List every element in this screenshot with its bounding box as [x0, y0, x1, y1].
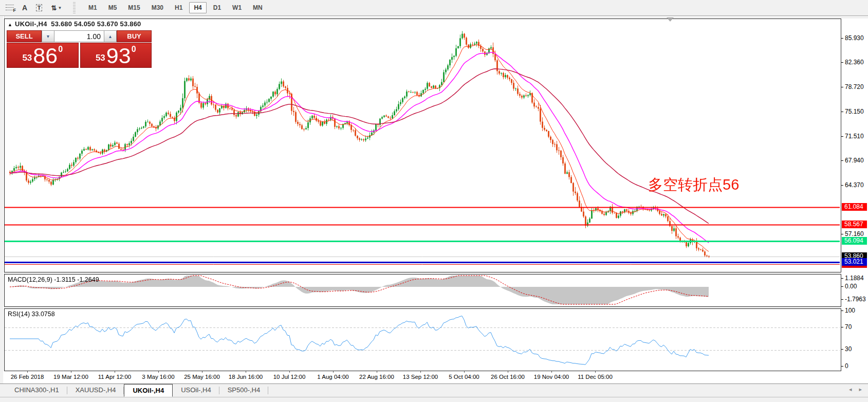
chart-symbol-period: UKOil-,H4 [15, 20, 47, 28]
sell-price-prefix: 53 [22, 53, 32, 63]
date-tick-label: 10 Jul 12:00 [273, 374, 306, 380]
buy-price-sup: 0 [132, 45, 136, 54]
macd-canvas[interactable] [5, 275, 840, 305]
price-tick-label: 67.940 [841, 157, 864, 164]
buy-price-prefix: 53 [96, 53, 105, 63]
sell-button[interactable]: SELL [7, 30, 42, 42]
tab-scroll-left-icon[interactable]: ◂ [849, 386, 852, 393]
timeframe-button-m15[interactable]: M15 [123, 2, 144, 13]
price-tick-label: 82.360 [841, 59, 864, 66]
price-chart-panel: ▲UKOil-,H4 53.680 54.050 53.670 53.860 S… [4, 19, 841, 272]
date-tick-mark [464, 371, 465, 373]
sell-price-tile[interactable]: 53860 [7, 43, 79, 68]
timeframe-button-m1[interactable]: M1 [84, 2, 102, 13]
price-badge-56.094: 56.094 [842, 237, 867, 245]
date-tick-label: 19 Nov 04:00 [534, 374, 569, 380]
timeframe-button-d1[interactable]: D1 [209, 2, 226, 13]
date-tick-mark [71, 371, 71, 373]
macd-tick-label: -1.7963 [841, 296, 866, 303]
line-studies-toolgroup: F A T ⇅ ▼ [0, 2, 67, 14]
macd-label: MACD(12,26,9) -1.3115 -1.2649 [8, 276, 99, 283]
date-tick-label: 25 May 16:00 [184, 374, 220, 380]
date-tick-mark [508, 371, 508, 373]
tab-scroll-arrows: ◂ ▸ [849, 386, 862, 393]
timeframe-button-mn[interactable]: MN [248, 2, 267, 13]
rsi-tick-label: 70 [841, 323, 852, 331]
date-tick-label: 1 Aug 04:00 [317, 374, 348, 380]
price-tick-label: 75.150 [841, 108, 864, 115]
macd-tick-label: 1.1884 [841, 275, 864, 282]
buy-price-big: 93 [106, 45, 131, 66]
one-click-collapse-arrow[interactable]: ▲ [8, 22, 12, 27]
status-bar [0, 397, 868, 402]
mt4-terminal-window: F A T ⇅ ▼ M1M5M15M30H1H4D1W1MN ▲UKOil-,H… [0, 0, 868, 402]
rsi-tick-label: 30 [841, 345, 852, 353]
chart-header: ▲UKOil-,H4 53.680 54.050 53.670 53.860 [8, 20, 141, 28]
price-tick-label: 78.720 [841, 83, 864, 90]
date-tick-label: 13 Sep 12:00 [403, 374, 438, 380]
volume-increase-button[interactable]: ▴ [104, 30, 117, 42]
chart-tab-bar: CHINA300-,H1XAUUSD-,H4UKOil-,H4USOil-,H4… [0, 383, 868, 397]
price-axis[interactable]: 85.93082.36078.72075.15071.51067.94064.3… [841, 19, 868, 383]
date-tick-label: 11 Dec 05:00 [578, 374, 613, 380]
date-axis[interactable]: 26 Feb 201819 Mar 12:0011 Apr 12:003 May… [4, 371, 841, 383]
date-tick-mark [333, 371, 334, 373]
chart-tab-ukoilh4[interactable]: UKOil-,H4 [124, 384, 173, 397]
one-click-trading-panel: SELL ▾ 1.00 ▴ BUY 53860 53930 [7, 30, 152, 68]
price-badge-58.567: 58.567 [842, 221, 867, 228]
rsi-label: RSI(14) 33.0758 [8, 310, 55, 318]
timeframe-button-m5[interactable]: M5 [104, 2, 122, 13]
date-tick-mark [27, 371, 28, 373]
date-tick-label: 3 May 16:00 [142, 374, 174, 380]
fibonacci-tool-button[interactable]: F [4, 2, 17, 14]
spin-up-icon: ▴ [109, 33, 112, 39]
date-tick-mark [377, 371, 377, 373]
chart-text-annotation: 多空转折点56 [648, 175, 739, 195]
timeframe-toolgroup: M1M5M15M30H1H4D1W1MN [80, 2, 268, 13]
toolbar-drag-handle[interactable] [73, 2, 76, 13]
text-label-icon: T [36, 4, 43, 11]
sell-price-sup: 0 [58, 45, 63, 54]
macd-tick-label: 0.00 [841, 283, 857, 290]
date-tick-mark [246, 371, 246, 373]
fibonacci-icon: F [6, 4, 15, 11]
price-badge-53.021: 53.021 [842, 258, 867, 266]
chart-tab-sp500h4[interactable]: SP500-,H4 [219, 384, 269, 397]
chart-tab-china300h1[interactable]: CHINA300-,H1 [6, 384, 67, 397]
price-tick-label: 71.510 [841, 133, 864, 140]
rsi-indicator-panel: RSI(14) 33.0758 [4, 308, 841, 371]
top-toolbar: F A T ⇅ ▼ M1M5M15M30H1H4D1W1MN [0, 0, 868, 16]
timeframe-button-h1[interactable]: H1 [170, 2, 187, 13]
timeframe-button-w1[interactable]: W1 [228, 2, 246, 13]
buy-button[interactable]: BUY [117, 30, 152, 42]
chart-tab-xauusdh4[interactable]: XAUUSD-,H4 [67, 384, 124, 397]
buy-price-tile[interactable]: 53930 [80, 43, 152, 68]
text-icon: A [22, 4, 27, 12]
date-tick-label: 26 Feb 2018 [11, 374, 44, 380]
date-tick-mark [115, 371, 115, 373]
chart-shift-marker-icon[interactable] [667, 17, 674, 22]
date-tick-mark [595, 371, 596, 373]
tab-scroll-right-icon[interactable]: ▸ [859, 386, 862, 393]
timeframe-button-h4[interactable]: H4 [189, 2, 206, 13]
date-tick-mark [202, 371, 202, 373]
rsi-canvas[interactable] [5, 309, 840, 370]
text-label-tool-button[interactable]: T [32, 2, 46, 14]
date-tick-label: 5 Oct 04:00 [449, 374, 479, 380]
date-tick-label: 18 Jun 16:00 [229, 374, 263, 380]
volume-decrease-button[interactable]: ▾ [42, 30, 54, 42]
text-tool-button[interactable]: A [18, 2, 31, 14]
sell-price-big: 86 [33, 45, 58, 66]
arrows-tool-button[interactable]: ⇅ ▼ [47, 2, 66, 14]
date-tick-label: 26 Oct 16:00 [491, 374, 525, 380]
chart-ohlc-values: 53.680 54.050 53.670 53.860 [51, 20, 141, 28]
price-tick-label: 64.370 [841, 181, 864, 189]
volume-input[interactable]: 1.00 [54, 30, 104, 42]
chart-tab-usoilh4[interactable]: USOil-,H4 [173, 384, 219, 397]
arrows-icon: ⇅ [51, 4, 57, 12]
chart-tabs: CHINA300-,H1XAUUSD-,H4UKOil-,H4USOil-,H4… [6, 384, 268, 397]
date-tick-mark [158, 371, 159, 373]
price-badge-61.084: 61.084 [842, 203, 867, 211]
timeframe-button-m30[interactable]: M30 [147, 2, 168, 13]
spin-down-icon: ▾ [47, 33, 49, 39]
